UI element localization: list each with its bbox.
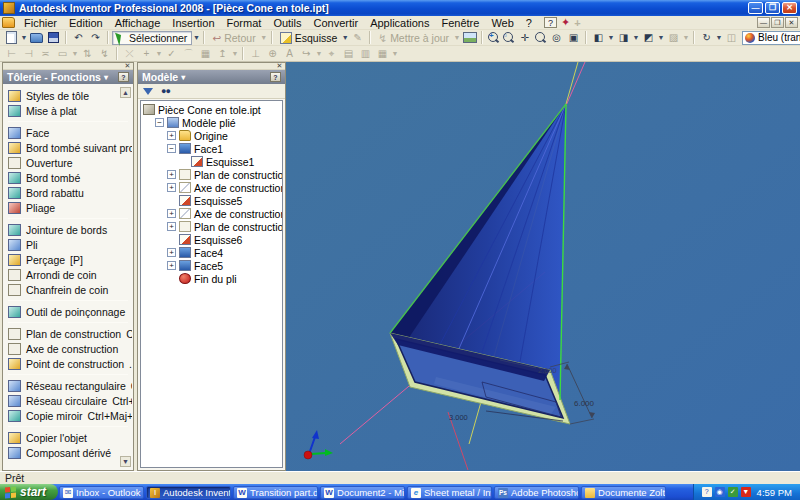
redo-icon[interactable]: ↷ [87,31,104,45]
tool-outil-de-poin-onnage[interactable]: Outil de poinçonnage [4,304,132,319]
tool-r-seau-rectangulaire[interactable]: Réseau rectangulaireCtrl+Maj+R [4,378,132,393]
open-icon[interactable] [28,31,45,45]
tree-node-origine[interactable]: +Origine [141,129,282,142]
leader-text-icon-dropdown[interactable]: ▼ [315,50,323,57]
tree-node-face5[interactable]: +Face5 [141,259,282,272]
menu-applications[interactable]: Applications [364,17,435,29]
ordinate-dimension-icon[interactable]: ⊣ [20,47,37,61]
dimension-text-6[interactable]: 6.000 [574,399,595,408]
update-button[interactable]: ↯ Mettre à jour [374,31,453,45]
tool-plan-de-construction[interactable]: Plan de constructionCEDILLE [4,326,132,341]
leader-text-icon[interactable]: ↪ [298,47,315,61]
tool-jointure-de-bords[interactable]: Jointure de bords [4,222,132,237]
surface-texture-icon[interactable]: ▦ [197,47,214,61]
tray-update-icon[interactable]: ◉ [715,487,725,497]
general-dimension-icon[interactable]: ⊢ [3,47,20,61]
panel-menu-icon[interactable]: ? [118,72,129,82]
tray-help-icon[interactable]: ? [702,487,712,497]
chamfer-note-icon[interactable]: ⇅ [79,47,96,61]
taskbar-button-inbox-outlook-express[interactable]: ✉Inbox - Outlook Express [59,486,144,499]
tool-mise-plat[interactable]: Mise à plat [4,103,132,118]
select-button[interactable]: Sélectionner [112,31,192,45]
find-icon[interactable]: ●● [161,86,170,96]
analysis-icon[interactable]: ◫ [723,31,740,45]
zoom-window-icon[interactable]: ▫ [501,31,516,45]
tree-node-mod-le-pli[interactable]: −Modèle plié [141,116,282,129]
weld-symbol-icon[interactable]: ⊕ [264,47,281,61]
panel-header[interactable]: Tôlerie - Fonctions▾ ? [3,70,133,84]
menu-edition[interactable]: Edition [63,17,109,29]
add-toolbar-icon[interactable]: + [574,17,580,29]
tree-node-esquisse1[interactable]: Esquisse1 [141,155,282,168]
save-icon[interactable] [45,31,62,45]
child-close-button[interactable]: ✕ [785,17,798,28]
look-at-icon[interactable]: ▣ [565,31,582,45]
taskbar-button-document2-micros[interactable]: WDocument2 - Micros... [320,486,405,499]
material-combo[interactable]: Bleu (transparent) ▼ [742,31,800,45]
taskbar-button-sheet-metal-invent[interactable]: eSheet metal / Invent... [407,486,492,499]
tree-node-esquisse6[interactable]: Esquisse6 [141,233,282,246]
return-dropdown[interactable]: ▼ [260,34,268,41]
tree-node-esquisse5[interactable]: Esquisse5 [141,194,282,207]
document-menu-icon[interactable] [2,17,15,28]
component-opacity-dropdown[interactable]: ▼ [682,34,690,41]
menu-outils[interactable]: Outils [267,17,307,29]
camera-view-icon[interactable]: ◨ [615,31,632,45]
tool-pliage[interactable]: Pliage [4,200,132,215]
rotate-icon[interactable]: ↻ [698,31,715,45]
balloon-icon[interactable]: ⌖ [323,47,340,61]
rotate-dropdown[interactable]: ▼ [715,34,723,41]
shadow-icon[interactable]: ◩ [640,31,657,45]
close-button[interactable]: ✕ [782,2,797,14]
select-dropdown[interactable]: ▼ [192,34,200,41]
zoom-all-icon[interactable]: + [486,31,501,45]
tree-expander-icon[interactable]: − [167,144,176,153]
browser-menu-icon[interactable]: ? [270,72,281,82]
tree-expander-icon[interactable]: + [167,209,176,218]
tool-chanfrein-de-coin[interactable]: Chanfrein de coin [4,282,132,297]
bend-note-icon-dropdown[interactable]: ▼ [71,50,79,57]
tool-pli[interactable]: Pli [4,237,132,252]
tree-node-axe-de-construction1[interactable]: +Axe de construction1 [141,181,282,194]
panel-drag-bar[interactable]: ✕ [3,63,133,70]
check-icon[interactable]: ✓ [163,47,180,61]
text-tool-icon[interactable]: A [281,47,298,61]
taskbar-button-adobe-photoshop[interactable]: PsAdobe Photoshop - [... [494,486,579,499]
tree-node-face4[interactable]: +Face4 [141,246,282,259]
tool-copier-l-objet[interactable]: Copier l'objet [4,430,132,445]
undo-icon[interactable]: ↶ [70,31,87,45]
menu-fen-tre[interactable]: Fenêtre [435,17,485,29]
tree-node-axe-de-construction2[interactable]: +Axe de construction2 [141,207,282,220]
scroll-up-icon[interactable]: ▲ [120,87,131,98]
bend-note-icon[interactable]: ▭ [54,47,71,61]
tool-styles-de-t-le[interactable]: Styles de tôle [4,88,132,103]
sketch-line-icon[interactable]: ⤫ [121,47,138,61]
tool-bord-tomb-suivant-profil[interactable]: Bord tombé suivant profil [4,140,132,155]
communication-center-icon[interactable]: ✦ [561,16,570,29]
tree-expander-icon[interactable]: + [167,261,176,270]
revision-table-icon-dropdown[interactable]: ▼ [391,50,399,57]
tool-ouverture[interactable]: Ouverture [4,155,132,170]
parts-list-icon[interactable]: ▤ [340,47,357,61]
tree-expander-icon[interactable]: + [167,183,176,192]
shaded-display-icon[interactable]: ◧ [590,31,607,45]
tree-node-fin-du-pli[interactable]: Fin du pli [141,272,282,285]
sketch-dropdown[interactable]: ▼ [341,34,349,41]
new-document-icon[interactable] [3,31,20,45]
tool-bord-rabattu[interactable]: Bord rabattu [4,185,132,200]
center-mark-icon-dropdown[interactable]: ▼ [155,50,163,57]
tool-axe-de-construction[interactable]: Axe de construction [4,341,132,356]
start-button[interactable]: start [0,484,58,500]
pencil-icon[interactable]: ✎ [349,31,366,45]
arc-icon[interactable]: ⌒ [180,47,197,61]
datum-icon[interactable]: ↥ [214,47,231,61]
revision-table-icon[interactable]: ▦ [374,47,391,61]
panel-close-icon[interactable]: ✕ [123,63,132,70]
tree-expander-icon[interactable]: + [167,222,176,231]
zoom-icon[interactable] [533,31,548,45]
model-3d-view[interactable]: 6.000 3.000 2.000 [286,62,800,471]
browser-close-icon[interactable]: ✕ [275,63,284,70]
tool-arrondi-de-coin[interactable]: Arrondi de coin [4,267,132,282]
tool-per-age[interactable]: Perçage[P] [4,252,132,267]
pan-icon[interactable]: ✛ [516,31,533,45]
